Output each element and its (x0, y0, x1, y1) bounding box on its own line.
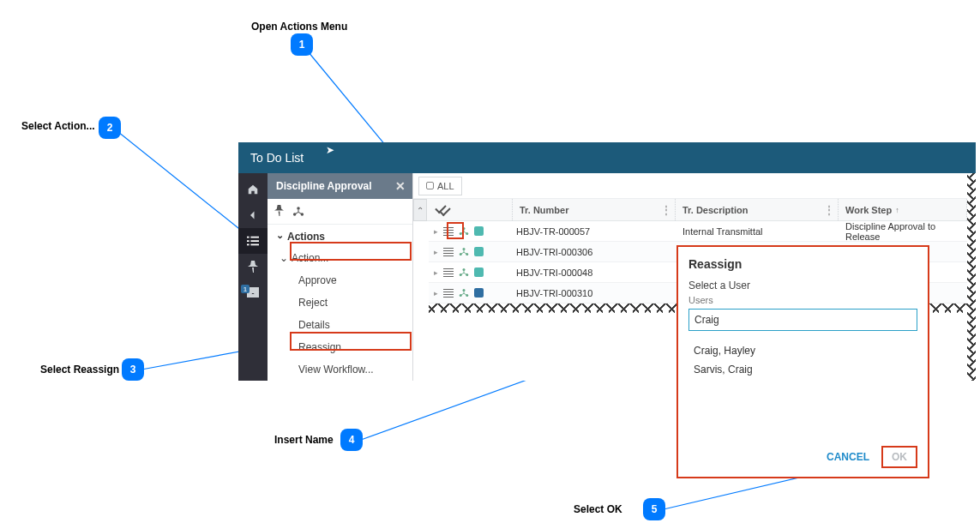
list-icon[interactable] (238, 228, 268, 254)
user-option[interactable]: Sarvis, Craig (688, 360, 917, 379)
tree-tool-icon[interactable] (292, 206, 304, 217)
reassign-dialog: Reassign Select a User Users Craig, Hayl… (676, 245, 929, 478)
users-label: Users (688, 295, 917, 305)
tree-icon[interactable] (459, 226, 469, 237)
cancel-button[interactable]: CANCEL (818, 446, 878, 468)
svg-point-8 (463, 227, 466, 230)
select-all-label: ALL (437, 181, 454, 191)
scroll-up-icon[interactable]: ⌃ (413, 199, 427, 221)
callout-2-badge: 2 (99, 117, 121, 139)
action-item-action-label: Action... (292, 252, 328, 264)
tree-icon[interactable] (459, 268, 469, 278)
grid-header-number-label: Tr. Number (520, 205, 568, 215)
grid-toolbar: ALL (413, 173, 967, 199)
action-item-details[interactable]: Details (268, 314, 412, 336)
pin-icon[interactable] (238, 254, 268, 280)
icon-rail: 1 (238, 173, 268, 381)
dialog-title: Reassign (688, 257, 917, 271)
action-item-reject[interactable]: Reject (268, 292, 412, 314)
side-panel-tools (268, 199, 412, 225)
row-menu-icon[interactable] (443, 289, 454, 298)
status-color-icon (474, 226, 484, 236)
cell-tr-number: HBJV-TRI-000310 (513, 288, 676, 298)
pin-tool-icon[interactable] (274, 205, 284, 219)
expand-icon[interactable]: ▸ (434, 289, 438, 298)
status-color-icon (474, 247, 484, 256)
table-row[interactable]: ▸ HBJV-TR-000057 Internal Transmittal Di… (429, 221, 967, 242)
window-title: To Do List (250, 151, 304, 165)
callout-2-label: Select Action... (21, 120, 95, 132)
grid-header-description-label: Tr. Description (682, 205, 748, 215)
callout-5-label: Select OK (574, 503, 622, 515)
status-color-icon (474, 288, 484, 298)
callout-3-label: Select Reassign (40, 364, 119, 376)
expand-icon[interactable]: ▸ (434, 268, 438, 277)
cell-tr-number: HBJV-TR-000057 (513, 226, 676, 237)
svg-point-17 (463, 289, 466, 292)
tree-icon[interactable] (459, 247, 469, 257)
callout-4-badge: 4 (340, 429, 363, 451)
user-option[interactable]: Craig, Hayley (688, 341, 917, 360)
callout-1-label: Open Actions Menu (251, 21, 347, 33)
svg-point-14 (463, 268, 466, 271)
callout-1-badge: 1 (291, 33, 313, 56)
checkall-icon[interactable] (436, 205, 449, 215)
actions-section-header[interactable]: Actions (268, 225, 412, 247)
tree-icon[interactable] (459, 288, 469, 298)
expand-icon[interactable]: ▸ (434, 227, 438, 236)
grid-header-icons (429, 199, 513, 220)
callout-4-label: Insert Name (274, 434, 334, 446)
callout-3-badge: 3 (122, 358, 144, 381)
back-icon[interactable] (238, 202, 268, 228)
cell-tr-description: Internal Transmittal (676, 226, 839, 237)
side-panel-title: Discipline Approval (276, 180, 372, 192)
cell-tr-number: HBJV-TRI-000048 (513, 268, 676, 278)
svg-point-11 (463, 248, 466, 250)
pin-badge: 1 (241, 285, 250, 293)
row-menu-icon[interactable] (443, 248, 454, 256)
torn-edge-right (967, 173, 976, 381)
grid-header-description[interactable]: Tr. Description⋮ (676, 199, 839, 220)
row-menu-icon[interactable] (443, 227, 454, 236)
side-panel-header: Discipline Approval ✕ (268, 173, 412, 199)
side-panel: Discipline Approval ✕ Actions ⌄ Action..… (268, 173, 413, 381)
user-search-input[interactable] (688, 309, 917, 331)
cell-tr-number: HBJV-TRI-000306 (513, 247, 676, 257)
action-item-reassign[interactable]: Reassign (268, 336, 412, 358)
window-titlebar: To Do List (238, 142, 976, 173)
grid-header-number[interactable]: Tr. Number⋮ (513, 199, 676, 220)
svg-point-5 (297, 207, 300, 210)
action-item-view-workflow[interactable]: View Workflow... (268, 358, 412, 381)
grid-header-workstep[interactable]: Work Step ↑ (839, 199, 967, 220)
action-item-approve[interactable]: Approve (268, 269, 412, 292)
select-user-label: Select a User (688, 280, 917, 292)
home-icon[interactable] (238, 177, 268, 202)
grid-header-row: Tr. Number⋮ Tr. Description⋮ Work Step ↑ (413, 199, 967, 221)
row-menu-icon[interactable] (443, 268, 454, 277)
grid-header-workstep-label: Work Step (845, 205, 892, 215)
user-options-list: Craig, HayleySarvis, Craig (688, 341, 917, 379)
select-all-button[interactable]: ALL (418, 177, 462, 195)
checkbox-icon (426, 182, 434, 189)
close-icon[interactable]: ✕ (395, 179, 406, 193)
callout-5-badge: 5 (643, 498, 665, 520)
action-item-action[interactable]: ⌄ Action... (268, 247, 412, 269)
status-color-icon (474, 268, 484, 277)
expand-icon[interactable]: ▸ (434, 248, 438, 256)
cell-work-step: Discipline Approval to Release (839, 221, 967, 242)
ok-button[interactable]: OK (881, 446, 917, 468)
